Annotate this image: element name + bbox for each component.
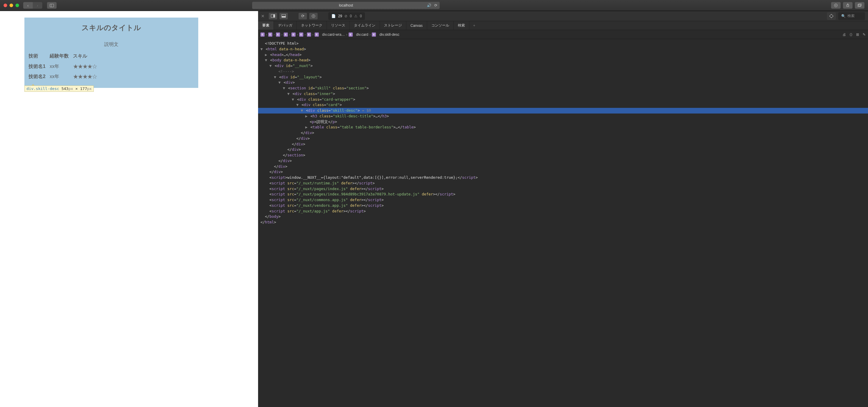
- tab-console[interactable]: コンソール: [427, 21, 454, 30]
- window-titlebar: ‹ › localhost 🔊 ⟳: [0, 0, 868, 11]
- crumb-node-icon[interactable]: E: [276, 32, 280, 37]
- dock-side-button[interactable]: [269, 13, 277, 19]
- table-row: 技術名2 xx年 ★★★★☆: [29, 72, 100, 82]
- svg-rect-4: [858, 4, 861, 6]
- skill-card: スキルのタイトル 説明文 技術 経験年数 スキル 技術名1 xx年 ★★★★☆ …: [24, 18, 198, 88]
- devtools-search-input[interactable]: 🔍検索: [838, 12, 865, 20]
- tab-network[interactable]: ネットワーク: [297, 21, 327, 30]
- crumb-node-icon[interactable]: E: [291, 32, 296, 37]
- add-tab-button[interactable]: ＋: [469, 21, 479, 30]
- window-controls: [4, 4, 19, 7]
- tab-storage[interactable]: ストレージ: [380, 21, 406, 30]
- tab-canvas[interactable]: Canvas: [406, 21, 427, 30]
- log-icon: ⊘: [344, 14, 347, 18]
- grid-icon[interactable]: ⊞: [856, 32, 859, 37]
- url-text: localhost: [339, 3, 353, 7]
- tab-timeline[interactable]: タイムライン: [350, 21, 380, 30]
- devtools: ✕ ⟳ 📄29 ⊘0 ⚠0 🔍検索: [258, 11, 868, 407]
- downloads-button[interactable]: [831, 2, 841, 9]
- reload-icon[interactable]: ⟳: [434, 3, 437, 7]
- warning-icon: ⚠: [354, 14, 358, 18]
- element-picker-button[interactable]: [827, 12, 836, 20]
- page-content: スキルのタイトル 説明文 技術 経験年数 スキル 技術名1 xx年 ★★★★☆ …: [0, 11, 258, 407]
- tab-resources[interactable]: リソース: [327, 21, 350, 30]
- svg-rect-5: [859, 4, 861, 6]
- col-tech: 技術: [29, 52, 49, 62]
- file-icon: 📄: [331, 14, 336, 18]
- table-row: 技術名1 xx年 ★★★★☆: [29, 62, 100, 72]
- tab-debugger[interactable]: デバッガ: [274, 21, 297, 30]
- devtools-tabs: 要素 デバッガ ネットワーク リソース タイムライン ストレージ Canvas …: [258, 21, 868, 30]
- col-skill: スキル: [73, 52, 100, 62]
- tab-elements[interactable]: 要素: [258, 21, 274, 30]
- svg-point-11: [830, 14, 833, 18]
- back-button[interactable]: ‹: [23, 2, 33, 9]
- forward-button: ›: [33, 2, 42, 9]
- crumb-node-icon[interactable]: E: [299, 32, 303, 37]
- nav-buttons: ‹ ›: [23, 2, 42, 9]
- minimize-window-button[interactable]: [9, 4, 13, 7]
- close-window-button[interactable]: [4, 4, 7, 7]
- skill-table: 技術 経験年数 スキル 技術名1 xx年 ★★★★☆ 技術名2 xx年 ★★★★…: [28, 51, 101, 83]
- devtools-close-button[interactable]: ✕: [261, 14, 265, 19]
- tabs-button[interactable]: [855, 2, 864, 9]
- crumb-node-icon[interactable]: E: [268, 32, 272, 37]
- dom-tree[interactable]: <!DOCTYPE html>▼ <html data-n-head> ▶ <h…: [258, 39, 868, 407]
- address-bar[interactable]: localhost 🔊 ⟳: [252, 2, 440, 9]
- download-button[interactable]: [309, 13, 318, 19]
- edit-icon[interactable]: ✎: [863, 32, 866, 37]
- tab-search[interactable]: 検索: [454, 21, 469, 30]
- breadcrumb: E› E› E› E› E› E› E› E div.card-wra…› E …: [258, 30, 868, 39]
- crumb-node-icon[interactable]: E: [260, 32, 265, 37]
- sound-icon[interactable]: 🔊: [427, 3, 431, 7]
- resource-counts[interactable]: 📄29 ⊘0 ⚠0: [328, 12, 365, 20]
- skill-desc: 説明文: [24, 41, 198, 48]
- crumb-node-icon[interactable]: E: [315, 32, 319, 37]
- crumb-node-icon[interactable]: E: [348, 32, 353, 37]
- reload-button[interactable]: ⟳: [299, 13, 307, 19]
- svg-rect-9: [282, 16, 286, 18]
- svg-rect-7: [273, 14, 275, 18]
- crumb-node-icon[interactable]: E: [372, 32, 376, 37]
- crumb-node-icon[interactable]: E: [284, 32, 288, 37]
- crumb-node-icon[interactable]: E: [307, 32, 311, 37]
- inspect-tooltip: div.skill-desc 543px × 177px: [24, 86, 94, 92]
- dock-bottom-button[interactable]: [280, 13, 288, 19]
- print-icon[interactable]: 🖨: [842, 32, 846, 37]
- sidebar-toggle-button[interactable]: [47, 2, 57, 9]
- svg-rect-0: [50, 4, 54, 7]
- col-years: 経験年数: [50, 52, 72, 62]
- share-button[interactable]: [843, 2, 852, 9]
- code-icon[interactable]: ⟨⟩: [849, 32, 852, 37]
- skill-title: スキルのタイトル: [24, 23, 198, 32]
- maximize-window-button[interactable]: [16, 4, 19, 7]
- search-icon: 🔍: [841, 14, 846, 18]
- devtools-toolbar: ✕ ⟳ 📄29 ⊘0 ⚠0 🔍検索: [258, 11, 868, 21]
